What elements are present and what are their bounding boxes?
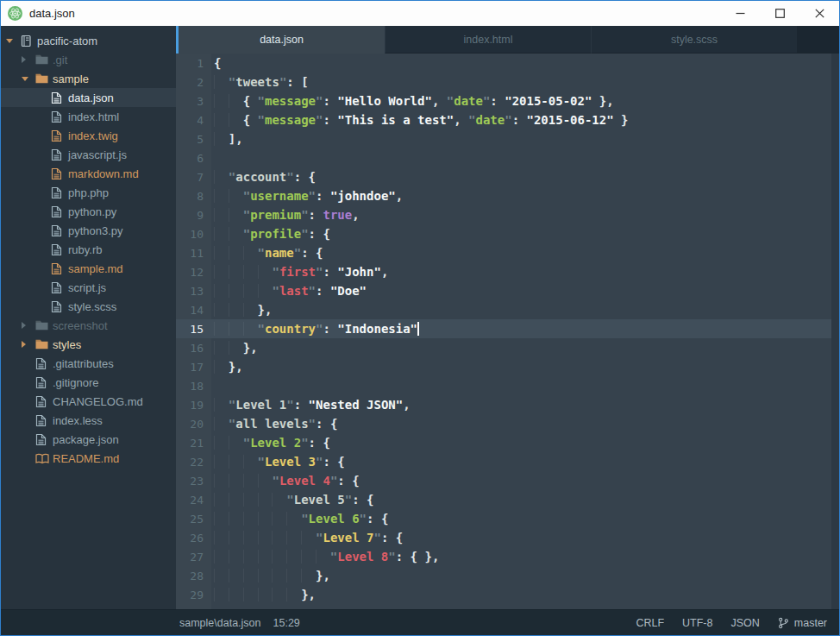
token: ], xyxy=(229,132,243,146)
tree-folder-.git[interactable]: .git xyxy=(1,50,176,69)
tree-file-ruby.rb[interactable]: ruby.rb xyxy=(1,240,176,259)
code-line-14[interactable]: 14 }, xyxy=(176,300,839,319)
status-line-ending[interactable]: CRLF xyxy=(636,617,664,629)
code-line-19[interactable]: 19 "Level 1": "Nested JSON", xyxy=(176,395,839,414)
tab-data.json[interactable]: data.json xyxy=(179,26,385,54)
tree-item-label: .git xyxy=(53,54,67,66)
code-text: "Level 8": { }, xyxy=(204,550,439,564)
status-encoding[interactable]: UTF-8 xyxy=(682,617,712,629)
code-line-13[interactable]: 13 "last": "Doe" xyxy=(176,281,839,300)
token: " xyxy=(243,436,250,450)
code-line-1[interactable]: 1{ xyxy=(176,54,839,72)
code-line-9[interactable]: 9 "premium": true, xyxy=(176,205,839,224)
minimize-button[interactable] xyxy=(720,1,760,26)
tree-folder-styles[interactable]: styles xyxy=(1,335,176,354)
file-icon xyxy=(51,205,68,218)
code-line-11[interactable]: 11 "name": { xyxy=(176,243,839,262)
code-line-24[interactable]: 24 "Level 5": { xyxy=(176,490,839,509)
file-icon xyxy=(51,110,68,123)
token: : xyxy=(323,265,337,279)
code-line-8[interactable]: 8 "username": "johndoe", xyxy=(176,186,839,205)
code-line-3[interactable]: 3 { "message": "Hello World", "date": "2… xyxy=(176,91,839,110)
tree-file-python3.py[interactable]: python3.py xyxy=(1,221,176,240)
tree-item-label: python3.py xyxy=(68,224,123,237)
tree-file-python.py[interactable]: python.py xyxy=(1,202,176,221)
code-line-6[interactable]: 6 xyxy=(176,148,839,167)
tree-file-markdown.md[interactable]: markdown.md xyxy=(1,164,176,183)
code-line-5[interactable]: 5 ], xyxy=(176,129,839,148)
tree-folder-pacific-atom[interactable]: pacific-atom xyxy=(1,31,176,50)
status-git-branch[interactable]: master xyxy=(778,617,827,629)
token: " xyxy=(505,113,511,127)
tab-index.html[interactable]: index.html xyxy=(385,26,591,54)
token: }, xyxy=(243,341,258,355)
code-text: "Level 5": { xyxy=(204,493,373,507)
git-branch-icon xyxy=(778,617,789,629)
line-number: 24 xyxy=(176,494,204,507)
code-text: "Level 3": { xyxy=(204,455,345,469)
code-line-26[interactable]: 26 "Level 7": { xyxy=(176,528,839,547)
tree-file-script.js[interactable]: script.js xyxy=(1,278,176,297)
code-line-18[interactable]: 18 xyxy=(176,376,839,395)
tree-item-label: data.json xyxy=(68,91,114,104)
status-grammar[interactable]: JSON xyxy=(730,617,759,629)
tree-file-index.twig[interactable]: index.twig xyxy=(1,126,176,145)
code-line-28[interactable]: 28 }, xyxy=(176,566,839,585)
code-line-27[interactable]: 27 "Level 8": { }, xyxy=(176,547,839,566)
token: : xyxy=(316,284,330,298)
tab-style.scss[interactable]: style.scss xyxy=(591,26,797,54)
code-line-10[interactable]: 10 "profile": { xyxy=(176,224,839,243)
close-button[interactable] xyxy=(799,1,839,26)
tree-file-package.json[interactable]: package.json xyxy=(1,430,176,449)
tree-file-data.json[interactable]: data.json xyxy=(1,88,176,107)
editor-scrollbar[interactable] xyxy=(831,54,839,609)
file-icon xyxy=(51,186,68,199)
tree-file-README.md[interactable]: README.md xyxy=(1,449,176,468)
tree-item-label: .gitattributes xyxy=(53,357,114,370)
code-line-25[interactable]: 25 "Level 6": { xyxy=(176,509,839,528)
code-line-20[interactable]: 20 "all levels": { xyxy=(176,414,839,433)
tree-file-style.scss[interactable]: style.scss xyxy=(1,297,176,316)
code-line-21[interactable]: 21 "Level 2": { xyxy=(176,433,839,452)
code-line-15[interactable]: 15 "country": "Indonesia" xyxy=(176,319,839,338)
code-line-29[interactable]: 29 }, xyxy=(176,585,839,604)
tree-file-php.php[interactable]: php.php xyxy=(1,183,176,202)
tree-file-.gitattributes[interactable]: .gitattributes xyxy=(1,354,176,373)
code-line-12[interactable]: 12 "first": "John", xyxy=(176,262,839,281)
tree-folder-screenshot[interactable]: screenshot xyxy=(1,316,176,335)
tree-item-label: screenshot xyxy=(53,319,108,332)
token: }, xyxy=(301,588,316,601)
tree-file-javascript.js[interactable]: javascript.js xyxy=(1,145,176,164)
main-area: pacific-atom.gitsampledata.jsonindex.htm… xyxy=(1,26,839,609)
tree-item-label: CHANGELOG.md xyxy=(53,395,143,408)
tree-file-index.less[interactable]: index.less xyxy=(1,411,176,430)
code-line-16[interactable]: 16 }, xyxy=(176,338,839,357)
tree-file-.gitignore[interactable]: .gitignore xyxy=(1,373,176,392)
token: date xyxy=(454,94,483,108)
tree-file-CHANGELOG.md[interactable]: CHANGELOG.md xyxy=(1,392,176,411)
code-line-23[interactable]: 23 "Level 4": { xyxy=(176,471,839,490)
line-number: 9 xyxy=(176,209,204,222)
indent-guides xyxy=(214,588,301,601)
code-line-2[interactable]: 2 "tweets": [ xyxy=(176,72,839,91)
token: " xyxy=(286,398,293,412)
code-text: "all levels": { xyxy=(204,417,337,431)
token: username xyxy=(250,189,308,203)
status-cursor-position[interactable]: 15:29 xyxy=(273,617,300,629)
code-line-4[interactable]: 4 { "message": "This is a test", "date":… xyxy=(176,110,839,129)
editor[interactable]: 1{2 "tweets": [3 { "message": "Hello Wor… xyxy=(176,54,839,609)
token: "John" xyxy=(337,265,381,279)
token: " xyxy=(258,94,265,108)
maximize-button[interactable] xyxy=(760,1,799,26)
code-line-17[interactable]: 17 }, xyxy=(176,357,839,376)
token: Level 8 xyxy=(337,550,388,564)
status-bar: sample\data.json 15:29 CRLF UTF-8 JSON m… xyxy=(1,609,839,635)
code-line-7[interactable]: 7 "account": { xyxy=(176,167,839,186)
tree-file-index.html[interactable]: index.html xyxy=(1,107,176,126)
status-branch-name: master xyxy=(794,617,827,629)
tree-file-sample.md[interactable]: sample.md xyxy=(1,259,176,278)
code-line-22[interactable]: 22 "Level 3": { xyxy=(176,452,839,471)
file-icon xyxy=(51,281,68,294)
tree-folder-sample[interactable]: sample xyxy=(1,69,176,88)
token: : { xyxy=(309,436,330,450)
